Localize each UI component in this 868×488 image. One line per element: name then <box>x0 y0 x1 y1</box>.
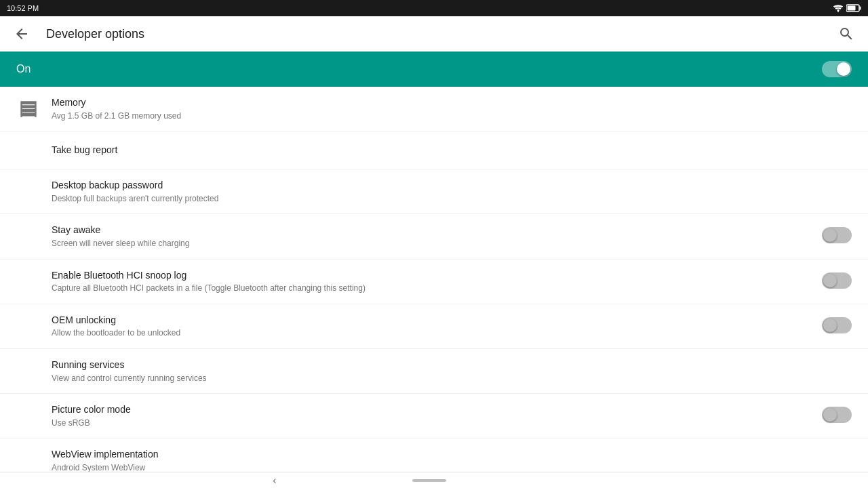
list-item-subtitle-stay-awake: Screen will never sleep while charging <box>52 239 811 249</box>
list-item-subtitle-webview: Android System WebView <box>52 463 852 472</box>
toggle-switch-oem-unlocking[interactable] <box>822 317 852 333</box>
list-item-title-webview: WebView implementation <box>52 448 852 462</box>
toggle-thumb-picture-color-mode <box>823 408 837 422</box>
list-item-title-running-services: Running services <box>52 359 852 372</box>
list-item-desktop-backup[interactable]: Desktop backup password Desktop full bac… <box>0 169 868 214</box>
toggle-switch-stay-awake[interactable] <box>822 227 852 243</box>
back-button[interactable] <box>11 23 33 45</box>
bottom-nav-bar: ‹ <box>0 472 868 488</box>
list-item-subtitle-picture-color-mode: Use sRGB <box>52 418 811 429</box>
list-item-subtitle-bluetooth-hci: Capture all Bluetooth HCI packets in a f… <box>52 283 811 294</box>
list-item-text-stay-awake: Stay awake Screen will never sleep while… <box>52 224 811 249</box>
toggle-switch-bluetooth-hci[interactable] <box>822 272 852 289</box>
svg-rect-2 <box>860 7 861 10</box>
status-bar: 10:52 PM <box>0 0 868 16</box>
list-item-text-bluetooth-hci: Enable Bluetooth HCI snoop log Capture a… <box>52 269 811 294</box>
list-item-subtitle-running-services: View and control currently running servi… <box>52 373 852 384</box>
status-right <box>833 4 861 12</box>
list-item-bug-report[interactable]: Take bug report <box>0 131 868 169</box>
list-item-picture-color-mode[interactable]: Picture color mode Use sRGB <box>0 394 868 439</box>
list-item-subtitle-oem-unlocking: Allow the bootloader to be unlocked <box>52 328 811 339</box>
toggle-oem-unlocking[interactable] <box>822 317 852 336</box>
bottom-handle <box>412 479 446 482</box>
toggle-stay-awake[interactable] <box>822 227 852 245</box>
list-item-text-desktop-backup: Desktop backup password Desktop full bac… <box>52 179 852 204</box>
list-item-title-stay-awake: Stay awake <box>52 224 811 237</box>
settings-list: Memory Avg 1.5 GB of 2.1 GB memory used … <box>0 87 868 472</box>
list-item-subtitle-desktop-backup: Desktop full backups aren't currently pr… <box>52 194 852 205</box>
list-item-oem-unlocking[interactable]: OEM unlocking Allow the bootloader to be… <box>0 304 868 349</box>
list-item-text-webview: WebView implementation Android System We… <box>52 448 852 472</box>
svg-rect-3 <box>848 6 856 11</box>
toggle-thumb-stay-awake <box>823 228 837 242</box>
list-item-title-desktop-backup: Desktop backup password <box>52 179 852 192</box>
list-item-text-memory: Memory Avg 1.5 GB of 2.1 GB memory used <box>52 96 852 121</box>
battery-icon <box>846 4 861 12</box>
toggle-thumb-bluetooth-hci <box>823 274 837 287</box>
status-time: 10:52 PM <box>7 4 39 12</box>
list-item-stay-awake[interactable]: Stay awake Screen will never sleep while… <box>0 214 868 259</box>
back-nav-button[interactable]: ‹ <box>273 474 276 487</box>
toggle-switch-picture-color-mode[interactable] <box>822 407 852 423</box>
list-item-title-bug-report: Take bug report <box>52 144 852 157</box>
developer-options-toggle-bar: On <box>0 52 868 87</box>
list-item-text-running-services: Running services View and control curren… <box>52 359 852 384</box>
list-item-webview[interactable]: WebView implementation Android System We… <box>0 439 868 472</box>
list-item-title-oem-unlocking: OEM unlocking <box>52 314 811 327</box>
toggle-bluetooth-hci[interactable] <box>822 272 852 291</box>
status-left: 10:52 PM <box>7 4 39 12</box>
list-item-text-bug-report: Take bug report <box>52 144 852 157</box>
toggle-thumb-oem-unlocking <box>823 319 837 332</box>
toggle-thumb <box>837 62 850 76</box>
list-item-title-picture-color-mode: Picture color mode <box>52 403 811 417</box>
search-button[interactable] <box>835 23 857 45</box>
app-bar: Developer options <box>0 16 868 52</box>
on-off-label: On <box>16 63 31 75</box>
list-item-text-picture-color-mode: Picture color mode Use sRGB <box>52 403 811 428</box>
list-item-subtitle-memory: Avg 1.5 GB of 2.1 GB memory used <box>52 111 852 122</box>
list-item-text-oem-unlocking: OEM unlocking Allow the bootloader to be… <box>52 314 811 339</box>
page-title: Developer options <box>46 27 822 41</box>
list-item-memory[interactable]: Memory Avg 1.5 GB of 2.1 GB memory used <box>0 87 868 131</box>
wifi-icon <box>833 4 844 12</box>
list-item-running-services[interactable]: Running services View and control curren… <box>0 349 868 394</box>
memory-icon <box>16 97 41 121</box>
toggle-picture-color-mode[interactable] <box>822 407 852 425</box>
main-toggle[interactable] <box>822 61 852 77</box>
list-item-title-memory: Memory <box>52 96 852 110</box>
list-item-bluetooth-hci[interactable]: Enable Bluetooth HCI snoop log Capture a… <box>0 260 868 304</box>
list-item-title-bluetooth-hci: Enable Bluetooth HCI snoop log <box>52 269 811 283</box>
